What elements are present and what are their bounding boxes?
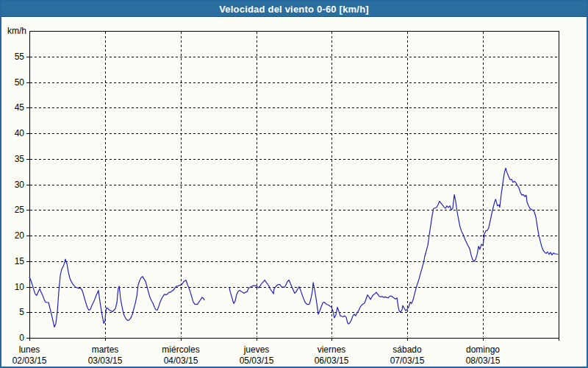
day-name-label: miércoles [162, 344, 199, 355]
weather-chart-window: Velocidad del viento 0-60 [km/h] 0510152… [0, 0, 588, 368]
y-tick-label: 0 [19, 333, 24, 343]
y-tick-label: 15 [15, 256, 25, 266]
day-date-label: 08/03/15 [466, 355, 501, 366]
day-date-label: 05/03/15 [240, 355, 274, 366]
day-date-label: 06/03/15 [315, 355, 349, 366]
y-tick-label: 40 [15, 128, 25, 138]
y-tick-label: 55 [15, 52, 25, 62]
y-tick-label: 25 [15, 205, 25, 215]
day-name-label: domingo [466, 344, 500, 355]
wind-speed-line [29, 259, 204, 327]
y-tick-label: 45 [15, 102, 25, 113]
y-tick-label: 50 [15, 77, 25, 88]
day-name-label: lunes [19, 344, 40, 355]
y-tick-label: 5 [19, 307, 24, 317]
page-title: Velocidad del viento 0-60 [km/h] [219, 4, 369, 15]
y-tick-label: 20 [15, 230, 25, 241]
day-date-label: 07/03/15 [390, 355, 425, 366]
day-name-label: sábado [392, 344, 422, 355]
wind-speed-line [229, 168, 558, 324]
y-tick-label: 30 [15, 180, 25, 190]
y-tick-label: 10 [15, 282, 25, 292]
wind-speed-chart: 0510152025303540455055lunes02/03/15marte… [0, 0, 588, 368]
day-name-label: martes [92, 344, 119, 355]
day-date-label: 04/03/15 [164, 355, 198, 366]
y-tick-label: 35 [15, 154, 25, 164]
title-bar: Velocidad del viento 0-60 [km/h] [1, 1, 587, 17]
y-axis-unit-label: km/h [7, 26, 26, 36]
day-name-label: viernes [318, 344, 346, 355]
day-name-label: jueves [243, 344, 270, 355]
day-date-label: 02/03/15 [12, 355, 47, 366]
day-date-label: 03/03/15 [88, 355, 123, 366]
